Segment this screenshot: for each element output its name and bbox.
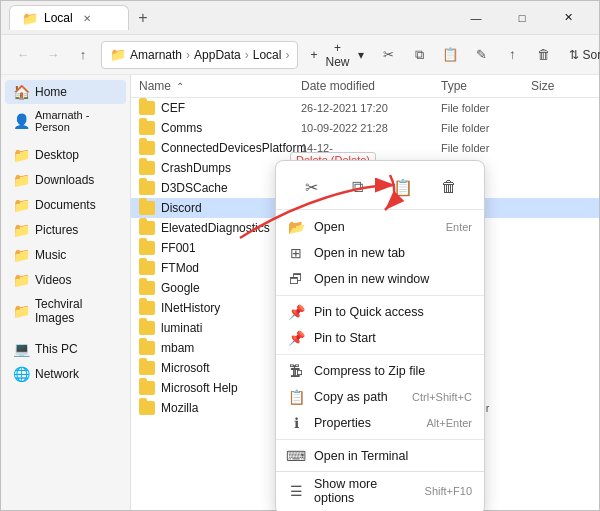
ctx-properties-shortcut: Alt+Enter — [426, 417, 472, 429]
cut-button[interactable]: ✂ — [376, 41, 403, 69]
rename-button[interactable]: ✎ — [468, 41, 495, 69]
breadcrumb: 📁 Amarnath › AppData › Local › — [101, 41, 298, 69]
ctx-open-item[interactable]: 📂 Open Enter — [276, 214, 484, 240]
ctx-paste-button[interactable]: 📋 — [387, 171, 419, 203]
folder-icon — [139, 281, 155, 295]
ctx-open-label: Open — [314, 220, 436, 234]
open-folder-icon: 📂 — [288, 219, 304, 235]
header-type: Type — [441, 79, 531, 93]
header-size: Size — [531, 79, 591, 93]
delete-button[interactable]: 🗑 — [530, 41, 557, 69]
ctx-open-new-tab-item[interactable]: ⊞ Open in new tab — [276, 240, 484, 266]
sidebar-item-home[interactable]: 🏠 Home — [5, 80, 126, 104]
folder-icon-desktop: 📁 — [13, 147, 29, 163]
ctx-compress-zip-item[interactable]: 🗜 Compress to Zip file — [276, 358, 484, 384]
back-button[interactable]: ← — [9, 41, 37, 69]
ctx-copy-path-label: Copy as path — [314, 390, 402, 404]
up-button[interactable]: ↑ — [69, 41, 97, 69]
ctx-open-terminal-item[interactable]: ⌨ Open in Terminal — [276, 443, 484, 469]
tab-close-button[interactable]: ✕ — [79, 10, 95, 26]
table-row[interactable]: ConnectedDevicesPlatform 14-12- File fol… — [131, 138, 599, 158]
sidebar-item-desktop[interactable]: 📁 Desktop — [5, 143, 126, 167]
folder-icon — [139, 141, 155, 155]
sidebar-item-pictures[interactable]: 📁 Pictures — [5, 218, 126, 242]
ctx-open-new-window-item[interactable]: 🗗 Open in new window — [276, 266, 484, 292]
breadcrumb-amarnath[interactable]: Amarnath — [130, 48, 182, 62]
copy-path-icon: 📋 — [288, 389, 304, 405]
context-menu: ✂ ⧉ 📋 🗑 📂 Open Enter ⊞ Open in new tab 🗗… — [275, 160, 485, 511]
sidebar-item-network[interactable]: 🌐 Network — [5, 362, 126, 386]
folder-icon — [139, 201, 155, 215]
folder-icon — [139, 161, 155, 175]
pin-icon: 📌 — [288, 304, 304, 320]
ctx-copy-path-item[interactable]: 📋 Copy as path Ctrl+Shift+C — [276, 384, 484, 410]
sidebar-label-techviral: Techviral Images — [35, 297, 118, 325]
breadcrumb-appdata[interactable]: AppData — [194, 48, 241, 62]
ctx-open-new-window-label: Open in new window — [314, 272, 472, 286]
properties-icon: ℹ — [288, 415, 304, 431]
folder-icon — [139, 341, 155, 355]
share-button[interactable]: ↑ — [499, 41, 526, 69]
ctx-open-terminal-label: Open in Terminal — [314, 449, 472, 463]
sidebar-label-pictures: Pictures — [35, 223, 78, 237]
sidebar-item-music[interactable]: 📁 Music — [5, 243, 126, 267]
folder-icon-videos: 📁 — [13, 272, 29, 288]
person-icon: 👤 — [13, 113, 29, 129]
ctx-properties-item[interactable]: ℹ Properties Alt+Enter — [276, 410, 484, 436]
ctx-pin-quick-access-item[interactable]: 📌 Pin to Quick access — [276, 299, 484, 325]
folder-icon-pictures: 📁 — [13, 222, 29, 238]
maximize-button[interactable]: □ — [499, 1, 545, 35]
sidebar-item-techviral[interactable]: 📁 Techviral Images — [5, 293, 126, 329]
sidebar-label-music: Music — [35, 248, 66, 262]
minimize-button[interactable]: — — [453, 1, 499, 35]
copy-button[interactable]: ⧉ — [406, 41, 433, 69]
folder-icon — [139, 321, 155, 335]
ctx-delete-button[interactable]: 🗑 — [433, 171, 465, 203]
sidebar-label-documents: Documents — [35, 198, 96, 212]
nav-buttons: ← → ↑ — [9, 41, 97, 69]
ctx-show-more-shortcut: Shift+F10 — [425, 485, 472, 497]
ctx-show-more-label: Show more options — [314, 477, 415, 505]
more-options-icon: ☰ — [288, 483, 304, 499]
context-menu-divider-2 — [276, 354, 484, 355]
tab-local[interactable]: 📁 Local ✕ — [9, 5, 129, 30]
sidebar-item-videos[interactable]: 📁 Videos — [5, 268, 126, 292]
context-menu-icon-row: ✂ ⧉ 📋 🗑 — [276, 165, 484, 210]
sidebar-item-documents[interactable]: 📁 Documents — [5, 193, 126, 217]
table-row[interactable]: Comms 10-09-2022 21:28 File folder — [131, 118, 599, 138]
sidebar-item-amarnath[interactable]: 👤 Amarnath - Person — [5, 105, 126, 137]
table-row[interactable]: CEF 26-12-2021 17:20 File folder — [131, 98, 599, 118]
sidebar: 🏠 Home 👤 Amarnath - Person 📁 Desktop 📁 D… — [1, 75, 131, 510]
folder-icon-music: 📁 — [13, 247, 29, 263]
sort-button[interactable]: ⇅ Sort ▾ — [561, 41, 600, 69]
dropdown-icon: ▾ — [358, 48, 364, 62]
close-button[interactable]: ✕ — [545, 1, 591, 35]
forward-button[interactable]: → — [39, 41, 67, 69]
network-icon: 🌐 — [13, 366, 29, 382]
new-tab-button[interactable]: + — [129, 4, 157, 32]
ctx-copy-button[interactable]: ⧉ — [341, 171, 373, 203]
title-bar: 📁 Local ✕ + — □ ✕ — [1, 1, 599, 35]
new-button[interactable]: + + New ▾ — [302, 41, 371, 69]
ctx-show-more-item[interactable]: ☰ Show more options Shift+F10 — [276, 471, 484, 510]
tab-label: Local — [44, 11, 73, 25]
ctx-pin-start-item[interactable]: 📌 Pin to Start — [276, 325, 484, 351]
new-window-icon: 🗗 — [288, 271, 304, 287]
sidebar-label-videos: Videos — [35, 273, 71, 287]
folder-icon — [139, 181, 155, 195]
sort-icon: ⇅ — [569, 48, 579, 62]
header-modified: Date modified — [301, 79, 441, 93]
folder-icon — [139, 301, 155, 315]
paste-button[interactable]: 📋 — [437, 41, 464, 69]
ctx-cut-button[interactable]: ✂ — [295, 171, 327, 203]
sidebar-label-amarnath: Amarnath - Person — [35, 109, 118, 133]
terminal-icon: ⌨ — [288, 448, 304, 464]
sidebar-item-thispc[interactable]: 💻 This PC — [5, 337, 126, 361]
computer-icon: 💻 — [13, 341, 29, 357]
ctx-copy-path-shortcut: Ctrl+Shift+C — [412, 391, 472, 403]
sidebar-item-downloads[interactable]: 📁 Downloads — [5, 168, 126, 192]
file-list-header: Name ⌃ Date modified Type Size — [131, 75, 599, 98]
sort-arrow-icon: ⌃ — [176, 81, 184, 92]
sidebar-label-downloads: Downloads — [35, 173, 94, 187]
folder-icon — [139, 241, 155, 255]
